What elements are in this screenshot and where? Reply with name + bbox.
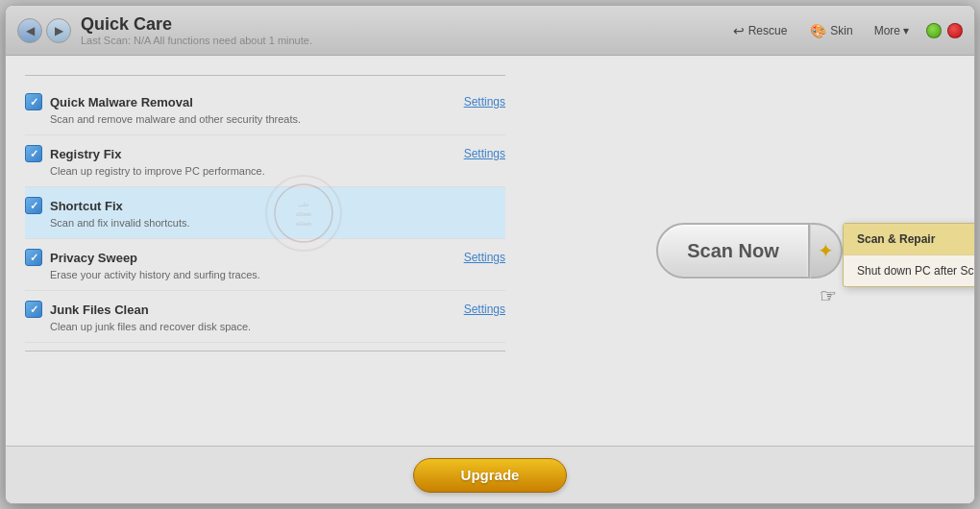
feature-item-malware: ✓ Quick Malware Removal Settings Scan an… — [25, 84, 505, 135]
bottom-divider — [25, 351, 505, 351]
title-area: Quick Care Last Scan: N/A All functions … — [81, 14, 725, 46]
skin-icon: 🎨 — [810, 23, 826, 38]
feature-left-malware: ✓ Quick Malware Removal — [25, 93, 193, 110]
more-chevron-icon: ▾ — [903, 24, 909, 37]
scan-dropdown: Scan & Repair Shut down PC after Scan & … — [843, 223, 975, 287]
main-window: ◀ ▶ Quick Care Last Scan: N/A All functi… — [5, 5, 975, 504]
checkbox-shortcut[interactable]: ✓ — [25, 197, 42, 214]
top-divider — [25, 75, 505, 76]
settings-link-junk[interactable]: Settings — [464, 303, 505, 316]
rescue-icon: ↩ — [733, 23, 745, 38]
scan-arrow-button[interactable]: ✦ — [810, 223, 843, 279]
more-button[interactable]: More ▾ — [869, 20, 915, 41]
scan-button-wrapper: Scan Now ✦ — [656, 223, 843, 279]
feature-name-malware: Quick Malware Removal — [50, 95, 193, 109]
settings-link-privacy[interactable]: Settings — [464, 251, 505, 264]
checkbox-malware[interactable]: ✓ — [25, 93, 42, 110]
toolbar-right: ↩ Rescue 🎨 Skin More ▾ — [725, 19, 915, 42]
feature-desc-malware: Scan and remove malware and other securi… — [50, 113, 505, 125]
checkbox-privacy[interactable]: ✓ — [25, 249, 42, 266]
feature-desc-registry: Clean up registry to improve PC performa… — [50, 165, 505, 177]
titlebar: ◀ ▶ Quick Care Last Scan: N/A All functi… — [6, 6, 974, 56]
feature-left-registry: ✓ Registry Fix — [25, 145, 121, 162]
subtitle-value: N/A — [134, 35, 151, 46]
feature-name-privacy: Privacy Sweep — [50, 251, 137, 265]
feature-left-shortcut: ✓ Shortcut Fix — [25, 197, 123, 214]
left-panel: ✓ Quick Malware Removal Settings Scan an… — [6, 65, 525, 436]
maximize-button[interactable] — [926, 23, 942, 38]
checkbox-registry[interactable]: ✓ — [25, 145, 42, 162]
close-button[interactable] — [947, 23, 963, 38]
feature-header-shortcut: ✓ Shortcut Fix — [25, 197, 505, 214]
feature-header-privacy: ✓ Privacy Sweep Settings — [25, 249, 505, 266]
bottom-bar: Upgrade — [6, 446, 974, 503]
dropdown-item-shutdown[interactable]: Shut down PC after Scan & Repair — [844, 255, 975, 286]
feature-header-junk: ✓ Junk Files Clean Settings — [25, 301, 505, 318]
window-controls — [926, 23, 963, 38]
feature-left-privacy: ✓ Privacy Sweep — [25, 249, 137, 266]
rescue-label: Rescue — [748, 24, 788, 37]
settings-link-malware[interactable]: Settings — [464, 95, 505, 109]
subtitle-prefix: Last Scan: — [81, 35, 131, 46]
feature-left-junk: ✓ Junk Files Clean — [25, 301, 149, 318]
scan-area: Scan Now ✦ Scan & Repair Shut down PC af… — [656, 223, 843, 279]
subtitle: Last Scan: N/A All functions need about … — [81, 35, 725, 46]
feature-name-junk: Junk Files Clean — [50, 303, 149, 317]
feature-name-shortcut: Shortcut Fix — [50, 199, 123, 213]
feature-header-malware: ✓ Quick Malware Removal Settings — [25, 93, 505, 110]
feature-item-junk: ✓ Junk Files Clean Settings Clean up jun… — [25, 291, 505, 343]
skin-button[interactable]: 🎨 Skin — [802, 19, 860, 42]
nav-buttons: ◀ ▶ — [17, 18, 71, 43]
more-label: More — [874, 24, 900, 37]
app-title: Quick Care — [81, 14, 725, 35]
feature-desc-junk: Clean up junk files and recover disk spa… — [50, 321, 505, 332]
settings-link-registry[interactable]: Settings — [464, 147, 505, 160]
dropdown-item-scan-repair[interactable]: Scan & Repair — [844, 224, 975, 255]
back-button[interactable]: ◀ — [17, 18, 42, 43]
feature-item-registry: ✓ Registry Fix Settings Clean up registr… — [25, 135, 505, 187]
main-content: ✓ Quick Malware Removal Settings Scan an… — [6, 56, 974, 446]
feature-item-privacy: ✓ Privacy Sweep Settings Erase your acti… — [25, 239, 505, 291]
upgrade-button[interactable]: Upgrade — [413, 458, 567, 493]
feature-item-shortcut: ✓ Shortcut Fix Scan and fix invalid shor… — [25, 187, 505, 239]
cursor-indicator: ☞ — [820, 284, 837, 307]
spark-icon: ✦ — [818, 239, 834, 262]
checkbox-junk[interactable]: ✓ — [25, 301, 42, 318]
feature-desc-shortcut: Scan and fix invalid shortcuts. — [50, 217, 505, 229]
forward-button[interactable]: ▶ — [46, 18, 71, 43]
feature-header-registry: ✓ Registry Fix Settings — [25, 145, 505, 162]
scan-now-button[interactable]: Scan Now — [656, 223, 810, 279]
right-panel: Scan Now ✦ Scan & Repair Shut down PC af… — [525, 65, 974, 436]
skin-label: Skin — [830, 24, 852, 37]
rescue-button[interactable]: ↩ Rescue — [725, 19, 796, 42]
subtitle-suffix: All functions need about 1 minute. — [153, 35, 312, 46]
feature-name-registry: Registry Fix — [50, 147, 121, 161]
feature-desc-privacy: Erase your activity history and surfing … — [50, 269, 505, 280]
